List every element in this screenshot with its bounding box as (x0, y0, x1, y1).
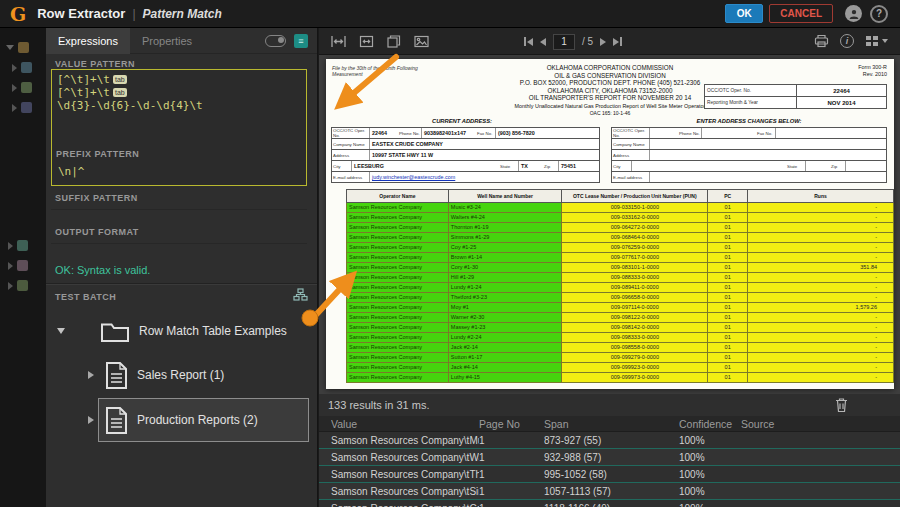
results-row[interactable]: Samson Resources Company\tSimmons #...11… (319, 483, 900, 500)
doc-value: 22464 (797, 85, 886, 96)
background-tree-item[interactable] (12, 62, 32, 73)
background-tree-item[interactable] (8, 280, 28, 291)
doc-value: 22464 (370, 128, 398, 138)
expander-icon[interactable] (86, 416, 96, 424)
first-page-button[interactable] (524, 37, 533, 46)
doc-table-cell: - (747, 373, 893, 383)
prefix-pattern-label: PREFIX PATTERN (56, 149, 139, 159)
doc-table-cell: 01 (708, 213, 748, 223)
print-icon[interactable] (814, 34, 829, 48)
value-pattern-editor[interactable]: [^\t]+\ttab[^\t]+\ttab\d{3}-\d{6}-\d-\d{… (51, 69, 307, 186)
doc-table-row: Samson Resources CompanyThornton #1-1900… (347, 223, 894, 233)
doc-value (806, 161, 830, 171)
doc-table-cell: Moy #1 (448, 303, 561, 313)
results-column-header[interactable]: Value (331, 418, 479, 430)
background-tree-item[interactable] (8, 240, 28, 251)
user-avatar-icon[interactable] (845, 5, 862, 22)
doc-table-cell: 01 (708, 353, 748, 363)
results-column-header[interactable]: Page No (479, 418, 544, 430)
results-column-header[interactable]: Source (741, 418, 900, 430)
doc-table-cell: 01 (708, 293, 748, 303)
pages-icon[interactable] (387, 35, 401, 48)
editor-mode-icon[interactable]: ≡ (294, 34, 308, 48)
doc-table-column-header: PC (708, 190, 748, 203)
doc-value: NOV 2014 (797, 97, 886, 108)
doc-table-cell: Samson Resources Company (347, 243, 449, 253)
doc-label: Phone No. (678, 128, 702, 138)
doc-label: State (499, 161, 519, 171)
background-tree-item[interactable] (8, 260, 28, 271)
doc-table-cell: Luthy #4-15 (448, 373, 561, 383)
doc-table-cell: 009-064272-0-0000 (562, 223, 708, 233)
next-page-button[interactable] (600, 38, 606, 46)
doc-label: Address (332, 150, 370, 160)
page-count-label: / 5 (582, 36, 593, 47)
prefix-pattern-value[interactable]: \n|^ (58, 165, 85, 178)
ok-button[interactable]: OK (725, 4, 763, 23)
doc-table-cell: 009-098333-0-0000 (562, 333, 708, 343)
cancel-button[interactable]: CANCEL (769, 4, 833, 23)
doc-value: TX (519, 161, 543, 171)
fit-page-icon[interactable] (359, 35, 374, 48)
doc-table-row: Samson Resources CompanyCoy #1-25009-076… (347, 243, 894, 253)
results-table-header: ValuePage NoSpanConfidenceSource (319, 416, 900, 432)
previous-page-button[interactable] (540, 38, 546, 46)
fit-width-icon[interactable] (331, 35, 346, 48)
doc-table-cell: 009-098142-0-0000 (562, 323, 708, 333)
doc-label: E-mail address (612, 172, 650, 182)
batch-hierarchy-icon[interactable] (293, 287, 308, 305)
results-cell: 1 (479, 469, 544, 480)
tree-item-sales-report[interactable]: Sales Report (1) (46, 356, 317, 394)
expander-icon[interactable] (86, 371, 96, 379)
doc-label: Company Name (332, 139, 370, 149)
image-view-icon[interactable] (414, 35, 429, 48)
doc-table-cell: Cory #1-30 (448, 263, 561, 273)
doc-table-row: Samson Resources CompanyWarner #2-30009-… (347, 313, 894, 323)
doc-table-row: Samson Resources CompanyMusic #3-24009-0… (347, 203, 894, 213)
tree-item-row-match-table-examples[interactable]: Row Match Table Examples (46, 314, 317, 348)
doc-value: (903) 856-7820 (496, 128, 599, 138)
toggle-icon[interactable] (265, 35, 286, 47)
doc-value: LEESBURG (352, 161, 499, 171)
doc-value (776, 128, 886, 138)
results-row[interactable]: Samson Resources Company\tThornton #...1… (319, 466, 900, 483)
results-status-text: 133 results in 31 ms. (328, 399, 430, 411)
document-icon (105, 361, 128, 390)
tab-properties[interactable]: Properties (130, 28, 204, 54)
tree-item-production-reports[interactable]: Production Reports (2) (46, 398, 317, 442)
folder-icon (100, 320, 130, 343)
results-row[interactable]: Samson Resources Company\tCoy #1-25...11… (319, 500, 900, 507)
page-number-input[interactable]: 1 (553, 34, 575, 50)
last-page-button[interactable] (613, 37, 622, 46)
tab-expressions[interactable]: Expressions (46, 28, 130, 54)
thumbnails-icon[interactable] (865, 35, 888, 47)
results-row[interactable]: Samson Resources Company\tWalters #4-...… (319, 449, 900, 466)
document-canvas[interactable]: File by the 30th of the Month Following … (319, 55, 900, 394)
help-icon[interactable]: ? (870, 5, 888, 23)
results-row[interactable]: Samson Resources Company\tMusic #3-24...… (319, 432, 900, 449)
value-pattern-line: \d{3}-\d{6}-\d-\d{4}\t (57, 99, 301, 112)
expander-icon[interactable] (56, 328, 66, 334)
section-divider (51, 243, 307, 244)
background-tree-item[interactable] (12, 82, 32, 93)
doc-table-cell: Coy #1-25 (448, 243, 561, 253)
syntax-status-text: OK: Syntax is valid. (55, 264, 150, 276)
doc-table-cell: 01 (708, 343, 748, 353)
doc-value (650, 172, 886, 182)
trash-icon[interactable] (835, 397, 848, 417)
info-icon[interactable]: i (840, 34, 854, 48)
background-tree-item[interactable] (12, 102, 32, 113)
doc-table-cell: 01 (708, 303, 748, 313)
doc-table-row: Samson Resources CompanyThetford #3-2300… (347, 293, 894, 303)
results-column-header[interactable]: Span (544, 418, 679, 430)
doc-rev-line: Rev. 2010 (858, 71, 887, 78)
results-column-header[interactable]: Confidence (679, 418, 741, 430)
app-logo-icon: G (10, 0, 26, 28)
doc-table-cell: Samson Resources Company (347, 263, 449, 273)
doc-table-cell: 01 (708, 313, 748, 323)
doc-table-row: Samson Resources CompanySutton #1-17009-… (347, 353, 894, 363)
doc-table-cell: - (747, 323, 893, 333)
doc-table-column-header: OTC Lease Number / Production Unit Numbe… (562, 190, 708, 203)
background-tree-item[interactable] (6, 42, 29, 53)
chevron-right-icon (8, 282, 13, 290)
